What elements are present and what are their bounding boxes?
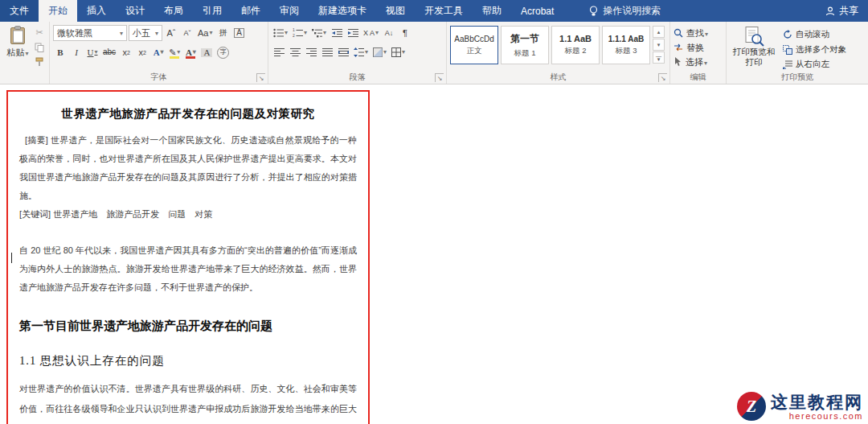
styles-more-button[interactable]: —▾ [653,51,665,64]
multilevel-list-button[interactable] [310,25,328,41]
find-icon [674,28,683,38]
font-color-button[interactable]: A [183,44,198,60]
tab-file[interactable]: 文件 [0,0,39,22]
highlight-color-bar [170,56,179,59]
section-heading-1: 第一节目前世界遗产地旅游产品开发存在的问题 [19,319,357,334]
titlebar-spacer [672,0,816,22]
bold-button[interactable]: B [53,44,68,60]
site-url: herecours.com [789,411,863,421]
select-button[interactable]: 选择 [674,55,723,69]
increase-indent-button[interactable] [346,25,360,41]
align-center-button[interactable] [288,44,302,60]
style-heading2[interactable]: 1.1 AaB 标题 2 [551,26,600,64]
print-preview-label: 打印预览和打印 [730,47,778,68]
replace-button[interactable]: 替换 [674,40,723,55]
font-size-value: 小五 [133,27,150,39]
style-heading3[interactable]: 1.1.1 AaB 标题 3 [602,26,650,64]
font-name-value: 微软雅黑 [57,27,92,39]
tell-me-search[interactable]: 操作说明搜索 [578,0,672,22]
styles-scroll-up-button[interactable]: ▴ [653,26,665,38]
paragraph-group-label: 段落 [268,72,446,83]
tab-mailings[interactable]: 邮件 [231,0,270,22]
right-to-left-icon [783,60,792,69]
borders-icon [391,47,401,57]
clipboard-group: 粘贴 ✂ [0,22,50,84]
text-effects-button[interactable]: A [151,44,166,60]
grow-font-button[interactable]: Aˆ [164,25,178,41]
ribbon-tab-bar: 文件 开始 插入 设计 布局 引用 邮件 审阅 新建选项卡 视图 开发工具 帮助… [0,0,868,22]
tab-insert[interactable]: 插入 [77,0,116,22]
select-objects-label: 选择多个对象 [796,44,846,56]
copy-button[interactable] [32,41,47,53]
print-preview-button[interactable]: 打印预览和打印 [730,24,778,71]
change-case-button[interactable]: Aa [196,25,214,41]
style-heading3-preview: 1.1.1 AaB [608,35,645,43]
font-dialog-launcher[interactable]: ↘ [256,73,265,82]
find-button[interactable]: 查找 [674,26,723,40]
shading-button[interactable] [371,44,388,60]
body-paragraph: 对世界遗产的价值认识不清。世界遗产具有世界级的科研、历史、文化、社会和审美等价值… [19,379,357,424]
line-spacing-button[interactable] [352,44,370,60]
align-center-icon [290,47,301,57]
paste-button[interactable]: 粘贴 [3,24,32,71]
tab-view[interactable]: 视图 [376,0,415,22]
italic-button[interactable]: I [69,44,84,60]
select-objects-button[interactable]: 选择多个对象 [783,43,846,56]
font-size-select[interactable]: 小五 [129,25,162,41]
align-right-icon [306,47,317,57]
tab-acrobat[interactable]: Acrobat [511,0,563,22]
decrease-indent-button[interactable] [330,25,344,41]
paragraph-group: 12 X A A↓ ¶ [268,22,447,84]
paragraph-dialog-launcher[interactable]: ↘ [435,73,444,82]
right-to-left-label: 从右向左 [796,59,829,70]
highlight-color-button[interactable]: ✎ [167,44,182,60]
shrink-font-button[interactable]: Aˇ [180,25,194,41]
strikethrough-button[interactable]: abc [101,44,117,60]
right-to-left-button[interactable]: 从右向左 [783,58,846,71]
share-button[interactable]: 共享 [816,0,868,22]
justify-button[interactable] [320,44,334,60]
bullet-list-icon [273,28,284,38]
show-marks-button[interactable]: ¶ [398,25,412,41]
enclose-characters-button[interactable]: 字 [215,44,231,60]
tab-review[interactable]: 审阅 [270,0,309,22]
editing-group-label: 编辑 [670,72,726,83]
tab-design[interactable]: 设计 [116,0,154,22]
character-shading-button[interactable]: A [199,44,214,60]
style-normal[interactable]: AaBbCcDd 正文 [450,26,498,64]
align-right-button[interactable] [304,44,318,60]
tab-references[interactable]: 引用 [193,0,231,22]
font-name-select[interactable]: 微软雅黑 [53,25,127,41]
styles-dialog-launcher[interactable]: ↘ [658,73,667,82]
phonetic-guide-button[interactable]: 拼 [215,25,230,41]
character-border-button[interactable]: A [231,25,246,41]
text-cursor [11,253,12,263]
styles-gallery: AaBbCcDd 正文 第一节 标题 1 1.1 AaB 标题 2 1.1.1 … [450,24,650,71]
bullets-button[interactable] [272,25,289,41]
style-heading1-preview: 第一节 [510,32,539,46]
numbering-button[interactable]: 12 [291,25,309,41]
align-left-button[interactable] [272,44,286,60]
clipboard-small-buttons: ✂ [32,24,47,71]
tab-developer[interactable]: 开发工具 [415,0,473,22]
subscript-button[interactable]: x2 [119,44,133,60]
sort-button[interactable]: A↓ [382,25,396,41]
format-painter-button[interactable] [32,56,47,68]
borders-button[interactable] [390,44,407,60]
tab-layout[interactable]: 布局 [154,0,193,22]
style-normal-preview: AaBbCcDd [454,35,493,43]
asian-layout-button[interactable]: X A [362,25,380,41]
style-normal-name: 正文 [467,46,482,56]
cut-button[interactable]: ✂ [32,27,47,39]
tab-new-tab[interactable]: 新建选项卡 [309,0,376,22]
document-page[interactable]: 世界遗产地旅游产品开发存在的问题及对策研究 [摘要] 世界遗产，是国际社会对一个… [6,90,370,424]
style-heading1[interactable]: 第一节 标题 1 [501,26,549,64]
distribute-button[interactable] [336,44,350,60]
superscript-button[interactable]: x2 [135,44,149,60]
numbered-list-icon: 12 [293,28,303,38]
styles-scroll-down-button[interactable]: ▾ [653,39,665,51]
autoscroll-button[interactable]: 自动滚动 [783,28,846,41]
tab-home[interactable]: 开始 [39,0,77,22]
tab-help[interactable]: 帮助 [473,0,511,22]
underline-button[interactable]: U [85,44,100,60]
